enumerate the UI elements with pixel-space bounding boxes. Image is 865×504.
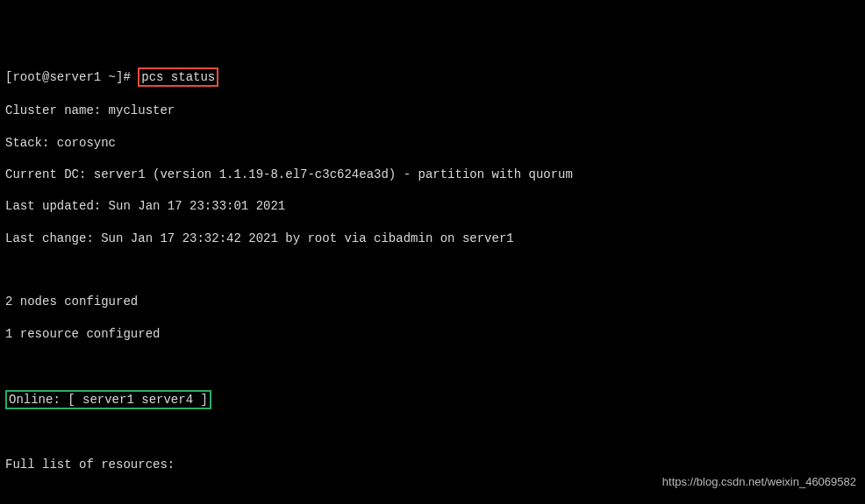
blank-line	[5, 358, 860, 373]
output-online-wrap: Online: [ server1 server4 ]	[5, 390, 860, 409]
blank-line	[5, 425, 860, 441]
watermark: https://blog.csdn.net/weixin_46069582	[662, 475, 856, 490]
output-stack: Stack: corosync	[5, 135, 860, 151]
output-last-change: Last change: Sun Jan 17 23:32:42 2021 by…	[5, 231, 860, 246]
output-last-updated: Last updated: Sun Jan 17 23:33:01 2021	[5, 198, 860, 214]
output-cluster-name: Cluster name: mycluster	[5, 103, 860, 118]
output-full-list: Full list of resources:	[5, 457, 860, 472]
command-pcs-status: pcs status	[138, 67, 218, 87]
output-resources-configured: 1 resource configured	[5, 326, 860, 342]
output-current-dc: Current DC: server1 (version 1.1.19-8.el…	[5, 167, 860, 182]
output-online: Online: [ server1 server4 ]	[5, 390, 211, 409]
output-nodes-configured: 2 nodes configured	[5, 294, 860, 309]
prompt-line-1: [root@server1 ~]# pcs status	[5, 67, 860, 87]
blank-line	[5, 489, 860, 504]
shell-prompt: [root@server1 ~]#	[5, 70, 138, 84]
blank-line	[5, 262, 860, 278]
